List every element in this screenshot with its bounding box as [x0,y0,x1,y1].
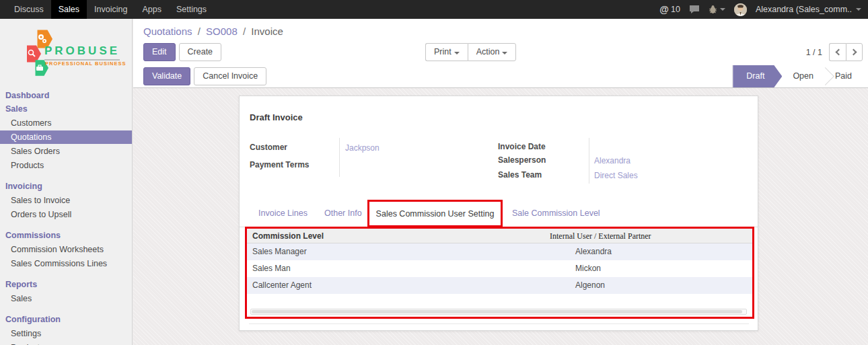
sheet-divider [249,323,749,324]
chevron-down-icon[interactable] [856,8,861,11]
sidebar-item-quotations[interactable]: Quotations [0,130,132,144]
at-icon: @ [659,4,669,15]
sidebar-item-sales-commissions-lines[interactable]: Sales Commissions Lines [0,257,132,270]
pager-next-button[interactable] [846,43,863,61]
sidebar-item-settings[interactable]: Settings [0,327,132,340]
action-label: Action [476,47,500,56]
topbar: Discuss Sales Invoicing Apps Settings @ … [0,0,868,19]
user-cell: Mickon [575,260,601,277]
sidebar-item-sales-to-invoice[interactable]: Sales to Invoice [0,194,132,207]
salesperson-value[interactable]: Alexandra [594,156,630,165]
action-dropdown-button[interactable]: Action [468,43,517,61]
sales-team-label: Sales Team [498,170,542,180]
sidebar-item-customers[interactable]: Customers [0,116,132,130]
probuse-logo: PROBUSE PROFESSIONAL BUSINESS [0,27,132,89]
tab-other-info[interactable]: Other Info [324,208,362,218]
user-cell: Alexandra [575,243,612,260]
breadcrumb-separator: / [243,26,246,37]
annotation-highlight-tab: Sales Commission User Setting [367,200,503,227]
debug-icon[interactable] [709,5,725,14]
invoice-form-sheet: Draft Invoice Customer Jackpson Payment … [239,95,758,331]
sidebar-section-configuration[interactable]: Configuration [0,313,132,326]
chevron-down-icon [454,52,460,54]
user-menu[interactable]: Alexandra (Sales_comm.. [756,5,852,14]
user-cell: Algenon [575,277,605,294]
chevron-right-icon [850,49,857,56]
print-dropdown-button[interactable]: Print [425,43,468,61]
mention-counter[interactable]: @ 10 [659,4,680,15]
col-header-commission-level[interactable]: Commission Level [252,229,324,243]
sidebar-item-config-products[interactable]: Products [0,341,132,345]
commission-table: Commission Level Internal User / Externa… [245,227,754,319]
payment-terms-label: Payment Terms [250,160,309,169]
horizontal-scrollbar[interactable] [250,309,747,315]
scrollbar-thumb[interactable] [252,310,742,313]
print-label: Print [434,47,451,56]
table-row[interactable]: Callcenter Agent Algenon [247,277,752,294]
pager-previous-button[interactable] [829,43,846,61]
menu-settings[interactable]: Settings [169,0,214,19]
sidebar-item-sales[interactable]: Sales [0,102,132,116]
pager-count: 1 / 1 [806,48,822,57]
commission-level-cell: Callcenter Agent [252,277,312,294]
commission-level-cell: Sales Manager [252,243,307,260]
sidebar-nav: Dashboard Sales Customers Quotations Sal… [0,89,132,345]
pager: 1 / 1 [806,43,863,61]
menu-sales[interactable]: Sales [51,0,87,19]
sidebar-item-commission-worksheets[interactable]: Commission Worksheets [0,243,132,256]
topbar-systray: @ 10 Alexandra (Sales_comm.. [659,3,868,16]
breadcrumb: Quotations / SO008 / Invoice [143,26,283,37]
menu-invoicing[interactable]: Invoicing [87,0,135,19]
sidebar-section-commissions[interactable]: Commissions [0,229,132,242]
tab-sale-commission-level[interactable]: Sale Commission Level [512,208,600,218]
cancel-invoice-button[interactable]: Cancel Invoice [194,67,266,85]
field-group-divider [339,138,340,177]
control-panel: Quotations / SO008 / Invoice Edit Create… [133,19,868,65]
chat-icon[interactable] [689,5,700,14]
status-paid[interactable]: Paid [824,65,863,87]
edit-button[interactable]: Edit [143,43,176,61]
invoice-date-label: Invoice Date [498,142,546,151]
sidebar-item-sales-orders[interactable]: Sales Orders [0,145,132,158]
breadcrumb-current: Invoice [251,26,283,37]
chevron-down-icon [502,52,507,54]
create-button[interactable]: Create [179,43,222,61]
chevron-down-icon [720,8,725,11]
commission-level-cell: Sales Man [252,260,291,277]
menu-apps[interactable]: Apps [135,0,169,19]
col-header-internal-user[interactable]: Internal User / External Partner [550,229,651,243]
table-row[interactable]: Sales Manager Alexandra [247,243,752,260]
app-menu: Discuss Sales Invoicing Apps Settings [0,0,214,19]
form-statusbar: Validate Cancel Invoice Draft Open Paid [133,65,868,88]
avatar[interactable] [734,3,747,16]
sidebar-item-products[interactable]: Products [0,159,132,172]
table-row[interactable]: Sales Man Mickon [247,260,752,277]
salesperson-label: Salesperson [498,155,546,165]
mention-count: 10 [671,5,680,14]
sidebar-item-orders-to-upsell[interactable]: Orders to Upsell [0,208,132,221]
breadcrumb-so008[interactable]: SO008 [206,26,238,37]
sidebar-section-invoicing[interactable]: Invoicing [0,180,132,193]
sidebar: PROBUSE PROFESSIONAL BUSINESS Dashboard … [0,19,133,345]
breadcrumb-separator: / [198,26,201,37]
customer-value[interactable]: Jackpson [345,143,379,153]
sales-team-value[interactable]: Direct Sales [594,171,638,180]
sidebar-section-reports[interactable]: Reports [0,278,132,291]
field-group-divider [589,138,589,184]
customer-label: Customer [250,143,287,152]
logo-subtitle: PROFESSIONAL BUSINESS [45,61,126,67]
chevron-left-icon [836,49,842,56]
table-header-row: Commission Level Internal User / Externa… [247,229,752,243]
page-title: Draft Invoice [250,112,303,122]
tab-sales-commission-user-setting[interactable]: Sales Commission User Setting [376,209,495,219]
menu-discuss[interactable]: Discuss [7,0,51,19]
sidebar-item-reports-sales[interactable]: Sales [0,292,132,305]
breadcrumb-quotations[interactable]: Quotations [143,26,192,37]
status-draft[interactable]: Draft [733,65,782,87]
status-pipeline: Draft Open Paid [732,65,863,87]
logo-title: PROBUSE [44,44,120,61]
tab-invoice-lines[interactable]: Invoice Lines [258,208,308,218]
validate-button[interactable]: Validate [143,67,190,85]
sidebar-item-dashboard[interactable]: Dashboard [0,89,132,102]
